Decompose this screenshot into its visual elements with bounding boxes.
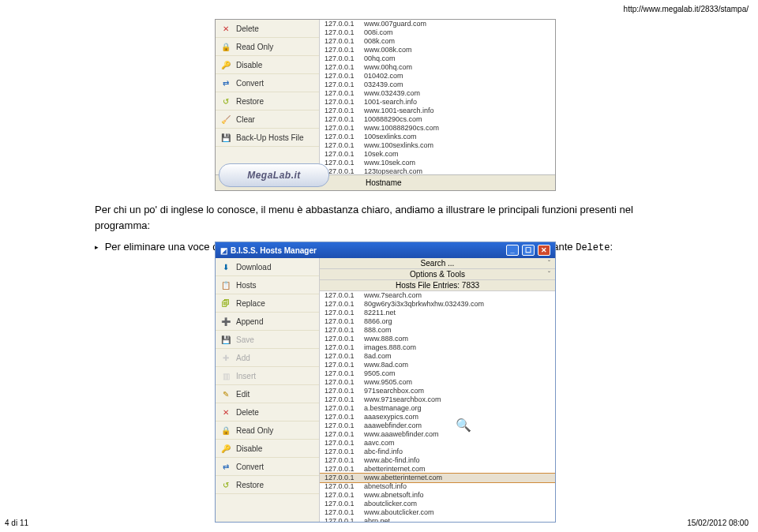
host-entry[interactable]: 127.0.0.1www.aaawebfinder.com: [320, 430, 555, 439]
host-entry[interactable]: 127.0.0.1abrp.net: [320, 517, 555, 522]
host-entry[interactable]: 127.0.0.19505.com: [320, 369, 555, 378]
host-entry[interactable]: 127.0.0.1abetterinternet.com: [320, 465, 555, 474]
options-band[interactable]: Options & Tools ˇ: [320, 269, 555, 280]
host-entry[interactable]: 127.0.0.1www.007guard.com: [320, 20, 555, 28]
minimize-button[interactable]: _: [506, 245, 519, 256]
host-entry[interactable]: 127.0.0.1010402.com: [320, 72, 555, 81]
host-name: www.aaawebfinder.com: [364, 430, 439, 438]
insert-icon: ▥: [220, 370, 231, 381]
host-entry[interactable]: 127.0.0.1www.7search.com: [320, 291, 555, 300]
host-entry[interactable]: 127.0.0.110sek.com: [320, 150, 555, 159]
host-entry[interactable]: 127.0.0.18ad.com: [320, 352, 555, 361]
host-entry[interactable]: 127.0.0.1abnetsoft.info: [320, 482, 555, 491]
host-entry[interactable]: 127.0.0.1aboutclicker.com: [320, 500, 555, 508]
host-name: www.abc-find.info: [364, 456, 420, 464]
sidebar-item-restore[interactable]: ↺Restore: [216, 476, 319, 494]
host-entry[interactable]: 127.0.0.1www.032439.com: [320, 89, 555, 98]
sidebar-item-clear[interactable]: 🧹Clear: [216, 111, 319, 129]
host-name: aaawebfinder.com: [364, 421, 422, 429]
host-ip: 127.0.0.1: [325, 141, 364, 150]
sidebar-item-label: Read Only: [236, 43, 273, 51]
host-ip: 127.0.0.1: [325, 448, 364, 456]
host-entry[interactable]: 127.0.0.1www.888.com: [320, 335, 555, 343]
megalab-logo: MegaLab.it: [219, 163, 329, 187]
search-band[interactable]: Search ... ˇ: [320, 258, 555, 269]
host-entry[interactable]: 127.0.0.1www.100sexlinks.com: [320, 141, 555, 150]
host-ip: 127.0.0.1: [325, 159, 364, 167]
host-ip: 127.0.0.1: [325, 309, 364, 317]
delete-icon: ✕: [220, 406, 231, 418]
sidebar-item-hosts[interactable]: 📋Hosts: [216, 276, 319, 294]
host-entry[interactable]: 127.0.0.1www.971searchbox.com: [320, 395, 555, 404]
hostname-label: Hostname: [366, 178, 402, 187]
host-entry[interactable]: 127.0.0.11001-search.info: [320, 98, 555, 107]
host-entry[interactable]: 127.0.0.1aaasexypics.com: [320, 413, 555, 421]
host-entry[interactable]: 127.0.0.1971searchbox.com: [320, 387, 555, 395]
host-entry[interactable]: 127.0.0.100hq.com: [320, 54, 555, 63]
host-ip: 127.0.0.1: [325, 72, 364, 81]
sidebar-item-read-only[interactable]: 🔒Read Only: [216, 421, 319, 440]
host-ip: 127.0.0.1: [325, 98, 364, 107]
host-entry[interactable]: 127.0.0.1www.abetterinternet.com: [320, 474, 555, 482]
sidebar-item-label: Save: [236, 335, 254, 344]
host-entry[interactable]: 127.0.0.1008i.com: [320, 28, 555, 37]
host-entry[interactable]: 127.0.0.1888.com: [320, 326, 555, 335]
page-timestamp: 15/02/2012 08:00: [687, 519, 749, 527]
sidebar-item-download[interactable]: ⬇Download: [216, 258, 319, 276]
host-entry[interactable]: 127.0.0.1www.aboutclicker.com: [320, 508, 555, 517]
host-entry[interactable]: 127.0.0.1a.bestmanage.org: [320, 404, 555, 413]
sidebar-item-disable[interactable]: 🔑Disable: [216, 440, 319, 458]
host-entry[interactable]: 127.0.0.1www.10sek.com: [320, 159, 555, 167]
host-entry[interactable]: 127.0.0.1www.008k.com: [320, 46, 555, 54]
sidebar-item-edit[interactable]: ✎Edit: [216, 385, 319, 403]
host-entry[interactable]: 127.0.0.1www.abc-find.info: [320, 456, 555, 465]
host-entry[interactable]: 127.0.0.1aaawebfinder.com: [320, 421, 555, 430]
host-entry[interactable]: 127.0.0.1www.abnetsoft.info: [320, 491, 555, 500]
host-entry[interactable]: 127.0.0.1www.9505.com: [320, 378, 555, 387]
host-entry[interactable]: 127.0.0.1100888290cs.com: [320, 115, 555, 124]
host-entry[interactable]: 127.0.0.182211.net: [320, 309, 555, 317]
sidebar-item-replace[interactable]: 🗐Replace: [216, 294, 319, 313]
sidebar-item-label: Hosts: [236, 281, 257, 290]
host-list[interactable]: 127.0.0.1www.7search.com127.0.0.180gw6ry…: [320, 291, 555, 522]
sidebar-item-delete[interactable]: ✕Delete: [216, 20, 319, 38]
host-name: 100sexlinks.com: [364, 133, 417, 140]
maximize-button[interactable]: ☐: [522, 245, 535, 256]
host-ip: 127.0.0.1: [325, 326, 364, 335]
host-entry[interactable]: 127.0.0.1www.00hq.com: [320, 63, 555, 72]
host-entry[interactable]: 127.0.0.1images.888.com: [320, 343, 555, 352]
host-entry[interactable]: 127.0.0.180gw6ry3i3x3qbrkwhxhw.032439.co…: [320, 300, 555, 309]
window-titlebar: ◩ B.I.S.S. Hosts Manager _ ☐ ✕: [216, 242, 555, 258]
hosts-icon: 📋: [220, 279, 231, 290]
host-entry[interactable]: 127.0.0.1008k.com: [320, 37, 555, 46]
host-entry[interactable]: 127.0.0.1032439.com: [320, 81, 555, 89]
screenshot-hosts-manager-full: ◩ B.I.S.S. Hosts Manager _ ☐ ✕ ⬇Download…: [215, 242, 556, 523]
app-icon: ◩: [220, 246, 227, 255]
host-entry[interactable]: 127.0.0.1www.100888290cs.com: [320, 124, 555, 133]
sidebar-item-disable[interactable]: 🔑Disable: [216, 56, 319, 74]
chevron-down-icon[interactable]: ˇ: [548, 259, 550, 267]
sidebar-item-convert[interactable]: ⇄Convert: [216, 74, 319, 92]
host-name: www.971searchbox.com: [364, 395, 441, 403]
host-name: abrp.net: [364, 517, 390, 522]
sidebar-item-read-only[interactable]: 🔒Read Only: [216, 38, 319, 56]
host-entry[interactable]: 127.0.0.1100sexlinks.com: [320, 133, 555, 141]
host-entry[interactable]: 127.0.0.1abc-find.info: [320, 448, 555, 456]
sidebar-item-back-up-hosts-file[interactable]: 💾Back-Up Hosts File: [216, 129, 319, 147]
disable-icon: 🔑: [220, 59, 231, 70]
host-name: www.abnetsoft.info: [364, 491, 424, 499]
sidebar-item-append[interactable]: ➕Append: [216, 313, 319, 331]
host-entry[interactable]: 127.0.0.1www.8ad.com: [320, 361, 555, 369]
sidebar-item-insert: ▥Insert: [216, 367, 319, 385]
chevron-down-icon[interactable]: ˇ: [548, 270, 550, 278]
close-button[interactable]: ✕: [538, 245, 550, 256]
sidebar-item-delete[interactable]: ✕Delete: [216, 403, 319, 421]
host-ip: 127.0.0.1: [325, 291, 364, 300]
host-entry[interactable]: 127.0.0.1www.1001-search.info: [320, 107, 555, 115]
host-entry[interactable]: 127.0.0.1aavc.com: [320, 439, 555, 448]
sidebar-item-restore[interactable]: ↺Restore: [216, 92, 319, 111]
sidebar-item-convert[interactable]: ⇄Convert: [216, 458, 319, 476]
host-name: www.1001-search.info: [364, 107, 434, 114]
host-entry[interactable]: 127.0.0.18866.org: [320, 317, 555, 326]
host-ip: 127.0.0.1: [325, 54, 364, 63]
